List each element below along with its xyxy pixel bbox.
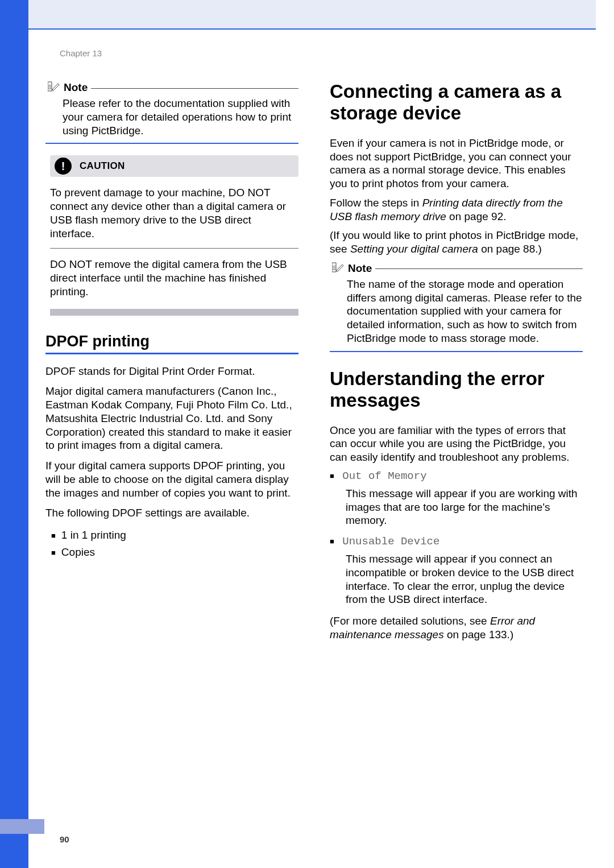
error-description: This message will appear if you are work… <box>346 487 583 527</box>
connecting-p2: Follow the steps in Printing data direct… <box>330 196 583 224</box>
right-column: Connecting a camera as a storage device … <box>330 81 583 647</box>
cross-ref: Setting your digital camera <box>350 243 478 255</box>
chapter-label: Chapter 13 <box>60 48 102 58</box>
page-header-band <box>28 0 596 28</box>
error-item: Unusable Device This message will appear… <box>330 535 583 606</box>
note-end-rule <box>330 351 583 352</box>
note-end-rule <box>45 143 298 144</box>
error-description: This message will appear if you connect … <box>346 552 583 606</box>
pencil-note-icon <box>48 81 60 94</box>
errors-intro: Once you are familiar with the types of … <box>330 424 583 464</box>
page-blue-sidebar <box>0 0 28 868</box>
note-body: The name of the storage mode and operati… <box>347 278 583 345</box>
list-item: 1 in 1 printing <box>51 527 298 544</box>
caution-divider <box>50 248 298 249</box>
note-header: Note <box>332 262 583 275</box>
connecting-heading: Connecting a camera as a storage device <box>330 81 583 124</box>
caution-label: CAUTION <box>80 160 125 172</box>
caution-paragraph-2: DO NOT remove the digital camera from th… <box>50 258 298 298</box>
note-rule <box>91 88 298 89</box>
note-label: Note <box>64 81 88 94</box>
svg-rect-4 <box>332 263 336 272</box>
caution-header: ! CAUTION <box>50 155 298 177</box>
errors-outro: (For more detailed solutions, see Error … <box>330 614 583 642</box>
caution-paragraph-1: To prevent damage to your machine, DO NO… <box>50 186 298 240</box>
connecting-p1: Even if your camera is not in PictBridge… <box>330 137 583 191</box>
note-rule <box>375 268 583 269</box>
dpof-p3: If your digital camera supports DPOF pri… <box>45 459 298 499</box>
note-label: Note <box>348 262 372 275</box>
error-list: Out of Memory This message will appear i… <box>330 470 583 606</box>
dpof-p2: Major digital camera manufacturers (Cano… <box>45 385 298 452</box>
list-item: Copies <box>51 544 298 561</box>
section-rule <box>45 353 298 354</box>
error-code: Out of Memory <box>342 470 426 482</box>
pencil-note-icon <box>332 262 345 275</box>
dpof-settings-list: 1 in 1 printing Copies <box>51 527 298 561</box>
error-item: Out of Memory This message will appear i… <box>330 470 583 527</box>
note-header: Note <box>48 81 298 94</box>
left-column: Note Please refer to the documentation s… <box>45 81 298 647</box>
svg-rect-0 <box>48 82 52 91</box>
content-area: Note Please refer to the documentation s… <box>45 81 596 647</box>
page-footer-tab <box>0 819 44 834</box>
page-number: 90 <box>60 834 69 844</box>
caution-end-bar <box>50 309 298 316</box>
dpof-p4: The following DPOF settings are availabl… <box>45 506 298 520</box>
note-body: Please refer to the documentation suppli… <box>63 97 298 137</box>
dpof-heading: DPOF printing <box>45 333 298 350</box>
dpof-p1: DPOF stands for Digital Print Order Form… <box>45 365 298 378</box>
error-code: Unusable Device <box>342 535 439 548</box>
connecting-p3: (If you would like to print photos in Pi… <box>330 229 583 256</box>
caution-icon: ! <box>55 158 72 175</box>
page-header-rule <box>28 28 596 30</box>
errors-heading: Understanding the error messages <box>330 368 583 411</box>
